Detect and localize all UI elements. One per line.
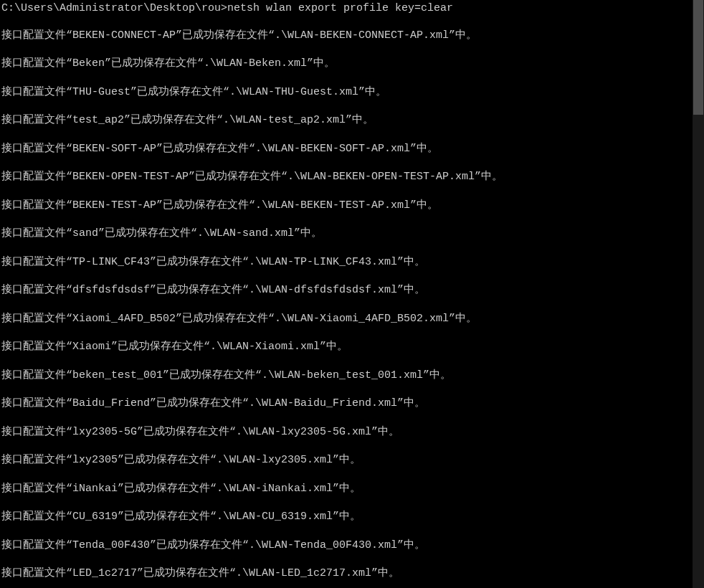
output-line: 接口配置文件“THU-Guest”已成功保存在文件“.\WLAN-THU-Gue… xyxy=(1,85,704,100)
output-line: 接口配置文件“BEKEN-SOFT-AP”已成功保存在文件“.\WLAN-BEK… xyxy=(1,142,704,156)
output-line: 接口配置文件“lxy2305-5G”已成功保存在文件“.\WLAN-lxy230… xyxy=(1,425,704,440)
output-line: 接口配置文件“Xiaomi”已成功保存在文件“.\WLAN-Xiaomi.xml… xyxy=(1,340,704,354)
output-line: 接口配置文件“BEKEN-TEST-AP”已成功保存在文件“.\WLAN-BEK… xyxy=(1,199,704,213)
output-line: 接口配置文件“sand”已成功保存在文件“.\WLAN-sand.xml”中。 xyxy=(1,227,704,241)
output-line: 接口配置文件“dfsfdsfdsdsf”已成功保存在文件“.\WLAN-dfsf… xyxy=(1,283,704,298)
vertical-scrollbar[interactable] xyxy=(693,0,704,588)
output-line: 接口配置文件“Beken”已成功保存在文件“.\WLAN-Beken.xml”中… xyxy=(1,57,704,71)
output-line: 接口配置文件“CU_6319”已成功保存在文件“.\WLAN-CU_6319.x… xyxy=(1,510,704,524)
output-line: 接口配置文件“Tenda_00F430”已成功保存在文件“.\WLAN-Tend… xyxy=(1,539,704,553)
command-output: 接口配置文件“BEKEN-CONNECT-AP”已成功保存在文件“.\WLAN-… xyxy=(1,29,704,581)
output-line: 接口配置文件“TP-LINK_CF43”已成功保存在文件“.\WLAN-TP-L… xyxy=(1,255,704,270)
output-line: 接口配置文件“Baidu_Friend”已成功保存在文件“.\WLAN-Baid… xyxy=(1,397,704,411)
prompt-path: C:\Users\Administrator\Desktop\rou> xyxy=(1,2,227,14)
output-line: 接口配置文件“iNankai”已成功保存在文件“.\WLAN-iNankai.x… xyxy=(1,482,704,496)
output-line: 接口配置文件“test_ap2”已成功保存在文件“.\WLAN-test_ap2… xyxy=(1,113,704,128)
output-line: 接口配置文件“Xiaomi_4AFD_B502”已成功保存在文件“.\WLAN-… xyxy=(1,312,704,326)
output-line: 接口配置文件“BEKEN-OPEN-TEST-AP”已成功保存在文件“.\WLA… xyxy=(1,170,704,184)
scrollbar-thumb[interactable] xyxy=(693,0,703,115)
typed-command: netsh wlan export profile key=clear xyxy=(227,2,453,14)
command-prompt-line: C:\Users\Administrator\Desktop\rou>netsh… xyxy=(1,1,704,16)
output-line: 接口配置文件“LED_1c2717”已成功保存在文件“.\WLAN-LED_1c… xyxy=(1,566,704,581)
output-line: 接口配置文件“beken_test_001”已成功保存在文件“.\WLAN-be… xyxy=(1,369,704,383)
output-line: 接口配置文件“lxy2305”已成功保存在文件“.\WLAN-lxy2305.x… xyxy=(1,453,704,468)
output-line: 接口配置文件“BEKEN-CONNECT-AP”已成功保存在文件“.\WLAN-… xyxy=(1,29,704,43)
